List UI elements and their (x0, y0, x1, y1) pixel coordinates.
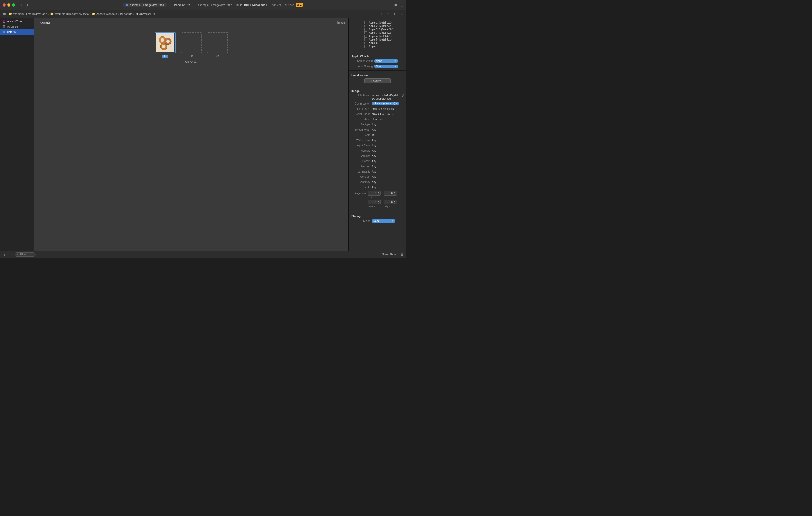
build-status-text: Build Succeeded (244, 3, 267, 6)
slot-box-1x[interactable] (154, 32, 176, 53)
alignment-right-up[interactable]: ▲ (393, 191, 396, 193)
breadcrumb-bar: ⊞ 📁 example-uiimageview-ratio › 📁 exampl… (0, 10, 406, 18)
alignment-bottom-input[interactable]: 0 ▲ ▼ (368, 200, 381, 205)
filter-input[interactable]: ⊙ Filter (14, 252, 36, 257)
alignment-left-input[interactable]: 0 ▲ ▼ (384, 200, 397, 205)
tab-label: example-uiimageview-ratio (130, 3, 164, 6)
nav-back-icon[interactable]: ‹ (379, 11, 383, 16)
slot-box-3x[interactable] (207, 32, 228, 53)
fullscreen-button[interactable] (12, 3, 15, 6)
compression-select[interactable]: Inherited (Automatic) ▼ (372, 102, 399, 105)
minimize-button[interactable] (7, 3, 10, 6)
back-icon[interactable]: ‹ (25, 3, 30, 7)
cb-apple3v1-box[interactable] (365, 28, 367, 31)
forward-icon[interactable]: › (32, 3, 37, 7)
height-class-row: Height Class Any (349, 143, 406, 148)
alignment-top-up[interactable]: ▲ (377, 191, 380, 193)
build-status-bar: example-uiimageview-ratio | Build Build … (198, 3, 303, 6)
memory-label: Memory (351, 149, 372, 152)
breadcrumb-item-1[interactable]: 📁 example-uiimageview-ratio (8, 12, 47, 16)
alignment-bottom-down[interactable]: ▼ (377, 202, 380, 204)
donuts-icon (2, 30, 6, 34)
slot-box-2x[interactable] (181, 32, 202, 53)
breadcrumb-item-3[interactable]: 📁 Assets.xcassets (92, 12, 117, 16)
image-slot-1x[interactable]: 1x (154, 32, 176, 58)
panel-icon[interactable]: ⊞ (400, 3, 403, 7)
inspector-icon[interactable]: ≡ (399, 11, 404, 16)
image-section-header: Image (349, 88, 406, 93)
breadcrumb-item-5[interactable]: 🖼 Universal 1x (135, 12, 155, 16)
alignment-bottom-up[interactable]: ▲ (377, 200, 380, 202)
slot-label-3x: 3x (216, 55, 219, 58)
info-icon[interactable]: i (401, 94, 404, 97)
svg-point-12 (162, 44, 163, 45)
svg-point-9 (169, 39, 169, 40)
cb-apple7-box[interactable] (365, 45, 367, 48)
alignment-right-down[interactable]: ▼ (393, 193, 396, 195)
donut-image (156, 33, 174, 52)
close-button[interactable] (3, 3, 6, 6)
idiom-value: Universal (372, 118, 404, 121)
nav-forward-icon[interactable]: › (393, 11, 397, 16)
auto-scaling-select[interactable]: None ▼ (374, 65, 398, 68)
graphics-row: Graphics Any (349, 153, 406, 158)
breadcrumb-item-4[interactable]: 🖼 donuts (120, 12, 133, 16)
slices-select[interactable]: None ▼ (372, 219, 395, 223)
alignment-top-input[interactable]: 0 ▲ ▼ (368, 191, 381, 195)
cb-apple5-box[interactable] (365, 38, 367, 41)
grid-icon[interactable]: ⊞ (2, 11, 7, 16)
slot-label-2x: 2x (190, 55, 193, 58)
cb-apple6-box[interactable] (365, 41, 367, 44)
bottom-bar: + − ⊙ Filter Show Slicing ⊟ (0, 251, 406, 258)
alignment-top-down[interactable]: ▼ (377, 193, 380, 195)
scale-value: 1x (372, 133, 404, 136)
direction-row: Direction Any (349, 164, 406, 169)
sidebar-item-appicon[interactable]: AppIcon (0, 24, 34, 29)
sidebar: AccentColor AppIcon donuts (0, 18, 34, 251)
cb-apple3v2-box[interactable] (365, 31, 367, 34)
add-icon[interactable]: + (390, 3, 392, 7)
remove-asset-button[interactable]: − (8, 252, 13, 257)
show-slicing-button[interactable]: Show Slicing (382, 253, 397, 256)
split-view-icon[interactable]: ⇄ (395, 3, 398, 7)
apple-watch-header: Apple Watch (349, 53, 406, 58)
screen-width-select[interactable]: None ▼ (374, 59, 398, 63)
slicing-section: Slicing Slices None ▼ (349, 211, 406, 225)
alignment-left-down[interactable]: ▼ (393, 202, 396, 204)
warning-badge[interactable]: ⚠ 1 (296, 3, 303, 6)
warning-nav-icon[interactable]: ⚠ (385, 11, 390, 16)
width-class-value: Any (372, 139, 404, 142)
height-class-value: Any (372, 144, 404, 147)
sidebar-item-accentcolor-label: AccentColor (7, 20, 23, 23)
filename-row: File Name lore-schodts-A7PwjrNLf1U-unspl… (349, 93, 406, 101)
alignment-right-input[interactable]: 0 ▲ ▼ (384, 191, 397, 195)
screen-width-row: Screen Width None ▼ (349, 58, 406, 63)
slices-chevron: ▼ (392, 220, 394, 222)
cb-apple2-box[interactable] (365, 25, 367, 27)
localize-button[interactable]: Localize... (365, 79, 390, 83)
titlebar: ⊟ ‹ › example-uiimageview-ratio › iPhone… (0, 0, 406, 10)
memory-row: Memory Any (349, 148, 406, 153)
image-slot-2x[interactable]: 2x (181, 32, 202, 58)
sidebar-toggle-icon[interactable]: ⊟ (18, 3, 23, 7)
breadcrumb-sep-3: › (118, 12, 119, 16)
gamut-label: Gamut (351, 160, 372, 162)
image-slot-3x[interactable]: 3x (207, 32, 228, 58)
bottom-panel-icon[interactable]: ⊟ (399, 252, 404, 257)
cb-apple4-box[interactable] (365, 35, 367, 38)
cb-apple3v1-label: Apple 3v1 (Metal 3v1) (369, 28, 394, 31)
add-asset-button[interactable]: + (2, 252, 7, 257)
breadcrumb-sep-1: › (48, 12, 49, 16)
alignment-bottom-group: 0 ▲ ▼ (368, 200, 381, 205)
breadcrumb-item-2[interactable]: 📁 example-uiimageview-ratio (50, 12, 89, 16)
sidebar-item-donuts[interactable]: donuts (0, 29, 34, 34)
sidebar-item-accentcolor[interactable]: AccentColor (0, 19, 34, 24)
alignment-left-up[interactable]: ▲ (393, 200, 396, 202)
alignment-bottom-val: 0 (369, 201, 376, 204)
cb-apple1-box[interactable] (365, 21, 367, 24)
locale-value: Any (372, 186, 404, 189)
build-time: | Today at 12:17 AM (269, 3, 294, 6)
alignment-label-row: Alignment 0 ▲ ▼ 0 (351, 191, 404, 195)
cb-apple3v2: Apple 3 (Metal 3v2) (365, 31, 401, 34)
active-tab[interactable]: example-uiimageview-ratio (123, 3, 167, 7)
